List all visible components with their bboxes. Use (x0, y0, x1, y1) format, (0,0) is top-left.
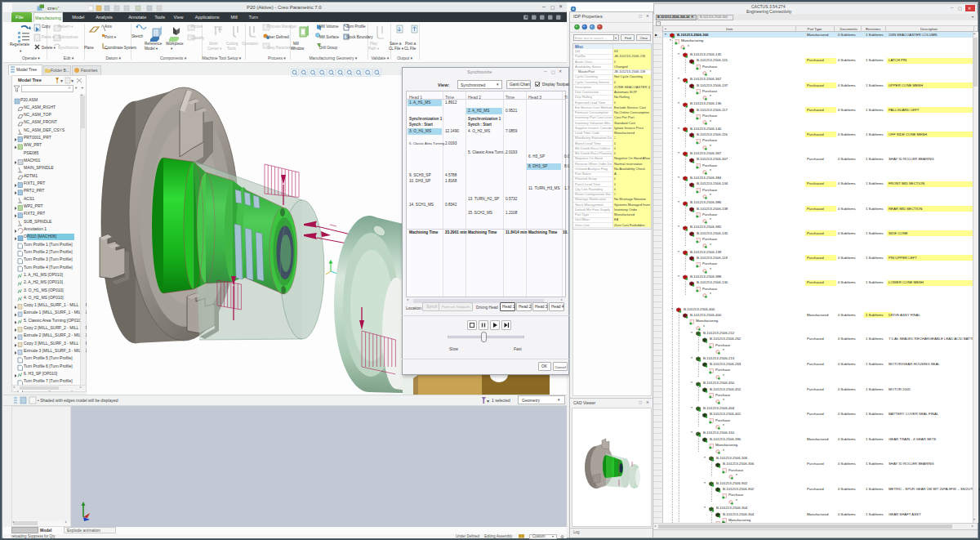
svg-text:▾: ▾ (60, 78, 63, 83)
svg-text:▾: ▾ (487, 399, 489, 404)
svg-text:/: / (100, 24, 103, 29)
svg-text:▾: ▾ (71, 78, 74, 83)
